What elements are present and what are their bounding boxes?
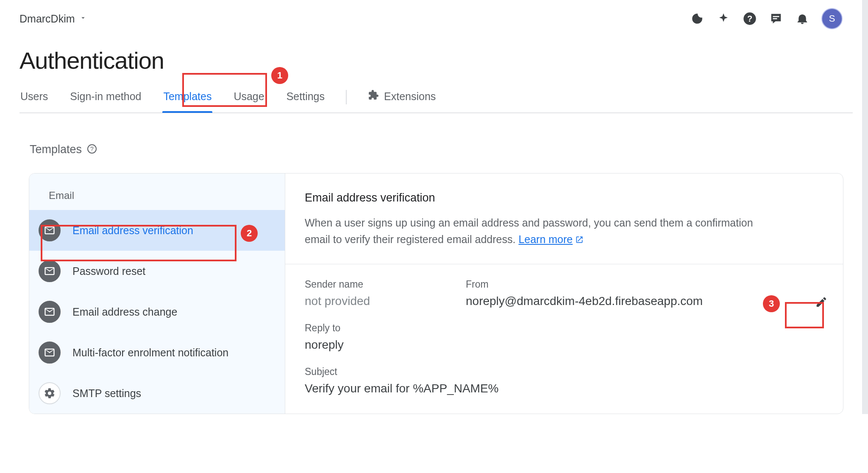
help-outline-icon[interactable]: ?: [87, 144, 97, 156]
external-link-icon: [575, 232, 584, 249]
sender-name-label: Sender name: [305, 279, 432, 290]
moon-icon[interactable]: [690, 11, 704, 26]
tabs: Users Sign-in method Templates Usage Set…: [19, 90, 853, 113]
template-detail: Email address verification When a user s…: [285, 174, 843, 414]
detail-fields: Sender name not provided From noreply@dm…: [305, 279, 823, 395]
pencil-icon: [815, 296, 828, 308]
sidebar-item-emailchange[interactable]: Email address change: [29, 291, 285, 332]
subject-value: Verify your email for %APP_NAME%: [305, 382, 823, 395]
templates-panel: Email Email address verification Passwor…: [29, 173, 843, 414]
sidebar-category: Email: [29, 174, 285, 210]
section-heading-text: Templates: [30, 143, 82, 156]
sidebar-item-label: Email address verification: [72, 224, 193, 237]
sidebar-item-label: Email address change: [72, 306, 177, 318]
sidebar-item-label: Password reset: [72, 265, 145, 277]
sidebar-item-label: SMTP settings: [72, 387, 141, 400]
topbar-actions: ? S: [690, 8, 853, 29]
bell-icon[interactable]: [795, 11, 810, 26]
notes-icon[interactable]: [769, 11, 783, 26]
mail-icon: [39, 219, 61, 241]
sparkle-icon[interactable]: [716, 11, 731, 26]
templates-sidebar: Email Email address verification Passwor…: [29, 174, 285, 414]
tabs-divider: [346, 90, 347, 104]
reply-to-label: Reply to: [305, 322, 823, 334]
mail-icon: [39, 341, 61, 364]
edit-button[interactable]: [812, 292, 831, 312]
detail-description: When a user signs up using an email addr…: [305, 215, 771, 249]
svg-text:?: ?: [747, 14, 752, 23]
from-value: noreply@dmarcdkim-4eb2d.firebaseapp.com: [466, 294, 703, 308]
from-label: From: [466, 279, 703, 290]
extensions-icon: [368, 90, 379, 103]
project-name: DmarcDkim: [19, 13, 75, 25]
sender-name-value: not provided: [305, 294, 432, 308]
mail-icon: [39, 301, 61, 323]
tab-extensions[interactable]: Extensions: [367, 90, 437, 112]
svg-rect-2: [773, 16, 779, 17]
divider: [285, 264, 843, 264]
mail-icon: [39, 260, 61, 282]
tab-users[interactable]: Users: [19, 90, 49, 112]
sidebar-item-mfa[interactable]: Multi-factor enrolment notification: [29, 332, 285, 373]
topbar: DmarcDkim ? S: [19, 5, 853, 32]
subject-label: Subject: [305, 366, 823, 378]
project-switcher[interactable]: DmarcDkim: [19, 13, 87, 25]
svg-rect-3: [773, 18, 777, 20]
svg-text:?: ?: [90, 146, 94, 152]
help-icon[interactable]: ?: [743, 11, 757, 26]
reply-to-value: noreply: [305, 338, 823, 352]
gear-icon: [39, 382, 61, 404]
detail-title: Email address verification: [305, 191, 823, 204]
avatar[interactable]: S: [821, 8, 843, 29]
sidebar-item-pwreset[interactable]: Password reset: [29, 251, 285, 291]
avatar-letter: S: [829, 13, 835, 24]
sidebar-item-smtp[interactable]: SMTP settings: [29, 373, 285, 414]
sidebar-item-verify[interactable]: Email address verification: [29, 210, 285, 251]
tab-templates[interactable]: Templates: [162, 90, 212, 112]
learn-more-text: Learn more: [518, 233, 573, 245]
tab-settings[interactable]: Settings: [286, 90, 326, 112]
tab-usage[interactable]: Usage: [233, 90, 265, 112]
learn-more-link[interactable]: Learn more: [518, 233, 584, 245]
chevron-down-icon: [79, 14, 87, 23]
section-heading: Templates ?: [30, 143, 853, 156]
tab-signin[interactable]: Sign-in method: [69, 90, 142, 112]
page-title: Authentication: [19, 47, 853, 74]
scrollbar[interactable]: [862, 0, 868, 414]
tab-extensions-label: Extensions: [384, 90, 436, 103]
sidebar-item-label: Multi-factor enrolment notification: [72, 347, 228, 359]
